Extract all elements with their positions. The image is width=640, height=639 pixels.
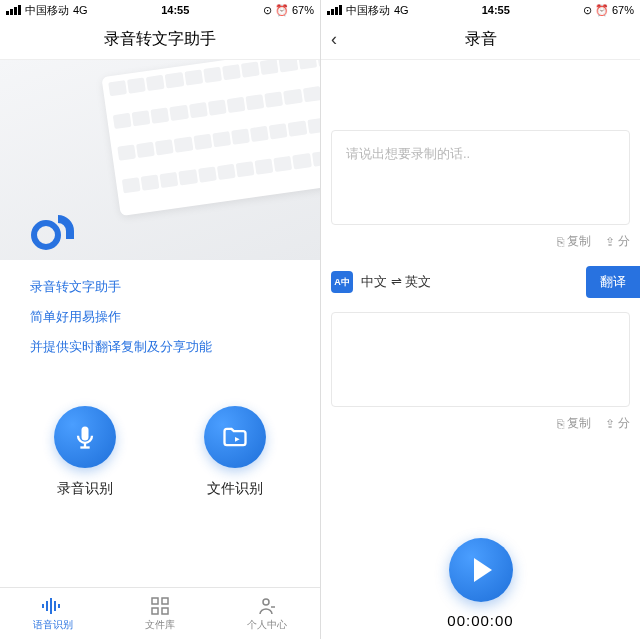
language-selector[interactable]: 中文 ⇌ 英文	[361, 273, 578, 291]
play-controls: 00:00:00	[321, 538, 640, 629]
file-recognition-button[interactable]: 文件识别	[204, 406, 266, 498]
promo-line2: 简单好用易操作	[30, 308, 290, 326]
svg-rect-7	[54, 601, 56, 611]
translate-button[interactable]: 翻译	[586, 266, 640, 298]
share-button[interactable]: ⇪ 分	[605, 415, 630, 432]
tab-profile[interactable]: 个人中心	[213, 588, 320, 639]
alarm-icon: ⊙ ⏰	[263, 4, 289, 17]
svg-point-0	[34, 223, 58, 247]
svg-rect-9	[152, 598, 158, 604]
screen-record: 中国移动 4G 14:55 ⊙ ⏰ 67% ‹ 录音 请说出想要录制的话.. ⎘…	[320, 0, 640, 639]
screen-home: 中国移动 4G 14:55 ⊙ ⏰ 67% 录音转文字助手 录音转文字助手 简单…	[0, 0, 320, 639]
svg-rect-12	[162, 608, 168, 614]
page-title: 录音转文字助手	[104, 29, 216, 50]
tool-row-top: ⎘ 复制 ⇪ 分	[321, 225, 640, 258]
record-label: 录音识别	[57, 480, 113, 498]
svg-rect-11	[152, 608, 158, 614]
back-button[interactable]: ‹	[331, 29, 337, 50]
file-label: 文件识别	[207, 480, 263, 498]
app-logo-icon	[28, 205, 86, 253]
tool-row-bottom: ⎘ 复制 ⇪ 分	[321, 407, 640, 440]
translation-output	[331, 312, 630, 407]
promo-text: 录音转文字助手 简单好用易操作 并提供实时翻译复制及分享功能	[0, 260, 320, 386]
network-label: 4G	[394, 4, 409, 16]
hero-banner	[0, 60, 320, 260]
timer-display: 00:00:00	[447, 612, 513, 629]
svg-rect-10	[162, 598, 168, 604]
share-button[interactable]: ⇪ 分	[605, 233, 630, 250]
translate-badge-icon: A中	[331, 271, 353, 293]
play-button[interactable]	[449, 538, 513, 602]
person-icon	[258, 596, 276, 616]
carrier-label: 中国移动	[346, 3, 390, 18]
promo-line1: 录音转文字助手	[30, 278, 290, 296]
carrier-label: 中国移动	[25, 3, 69, 18]
signal-icon	[327, 5, 342, 15]
tab-files[interactable]: 文件库	[107, 588, 214, 639]
signal-icon	[6, 5, 21, 15]
status-bar: 中国移动 4G 14:55 ⊙ ⏰ 67%	[0, 0, 320, 20]
play-icon	[474, 558, 492, 582]
tab-profile-label: 个人中心	[247, 618, 287, 632]
voice-wave-icon	[42, 596, 64, 616]
svg-rect-8	[58, 604, 60, 608]
svg-rect-1	[82, 427, 89, 441]
battery-label: 67%	[612, 4, 634, 16]
copy-button[interactable]: ⎘ 复制	[557, 233, 591, 250]
alarm-icon: ⊙ ⏰	[583, 4, 609, 17]
nav-bar: 录音转文字助手	[0, 20, 320, 60]
microphone-icon	[54, 406, 116, 468]
svg-point-13	[263, 599, 269, 605]
swap-icon: ⇌	[391, 274, 402, 289]
tab-voice-label: 语音识别	[33, 618, 73, 632]
tab-files-label: 文件库	[145, 618, 175, 632]
status-bar: 中国移动 4G 14:55 ⊙ ⏰ 67%	[321, 0, 640, 20]
page-title: 录音	[465, 29, 497, 50]
promo-line3: 并提供实时翻译复制及分享功能	[30, 338, 290, 356]
tab-voice[interactable]: 语音识别	[0, 588, 107, 639]
copy-button[interactable]: ⎘ 复制	[557, 415, 591, 432]
keyboard-graphic	[101, 60, 320, 216]
tab-bar: 语音识别 文件库 个人中心	[0, 587, 320, 639]
record-recognition-button[interactable]: 录音识别	[54, 406, 116, 498]
nav-bar: ‹ 录音	[321, 20, 640, 60]
folder-icon	[204, 406, 266, 468]
svg-rect-4	[42, 604, 44, 608]
svg-rect-5	[46, 601, 48, 611]
svg-rect-6	[50, 598, 52, 614]
status-time: 14:55	[88, 4, 263, 16]
battery-label: 67%	[292, 4, 314, 16]
grid-icon	[151, 596, 169, 616]
status-time: 14:55	[409, 4, 583, 16]
transcript-input[interactable]: 请说出想要录制的话..	[331, 130, 630, 225]
language-row: A中 中文 ⇌ 英文 翻译	[321, 258, 640, 306]
main-actions: 录音识别 文件识别	[0, 386, 320, 528]
network-label: 4G	[73, 4, 88, 16]
